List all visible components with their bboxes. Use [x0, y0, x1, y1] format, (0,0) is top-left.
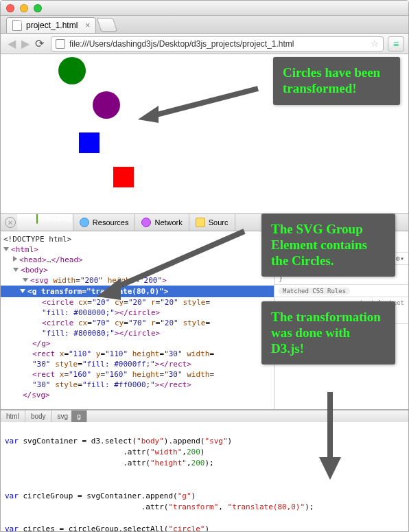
- site-icon: [56, 39, 65, 49]
- svg-line-4: [152, 89, 258, 116]
- crumb-body[interactable]: body: [25, 410, 52, 422]
- bookmark-icon[interactable]: ☆: [371, 38, 379, 49]
- address-bar[interactable]: file:///Users/dashingd3js/Desktop/d3js_p…: [51, 36, 384, 51]
- annotation-arrow-1: [138, 82, 261, 123]
- tab-title: project_1.html: [26, 21, 78, 30]
- close-devtools-button[interactable]: ✕: [5, 217, 16, 228]
- svg-point-0: [58, 57, 86, 84]
- menu-button[interactable]: ≡: [388, 36, 404, 51]
- toolbar: ◀ ▶ ⟳ file:///Users/dashingd3js/Desktop/…: [1, 34, 408, 54]
- svg-point-1: [93, 91, 120, 119]
- elements-icon: [36, 214, 38, 224]
- annotation-callout-3: The transformation was done with D3.js!: [261, 301, 395, 365]
- elements-panel-button[interactable]: Elements: [17, 214, 73, 231]
- resources-icon: [80, 218, 89, 227]
- svg-marker-5: [138, 106, 159, 123]
- page-content: Circles have been transformed!: [1, 54, 408, 213]
- window-titlebar: [1, 1, 408, 16]
- annotation-callout-1: Circles have been transformed!: [273, 57, 400, 105]
- crumb-html[interactable]: html: [1, 410, 25, 422]
- url-text: file:///Users/dashingd3js/Desktop/d3js_p…: [69, 39, 368, 49]
- svg-marker-9: [319, 457, 341, 480]
- svg-rect-2: [79, 132, 100, 153]
- new-tab-button[interactable]: [97, 18, 117, 32]
- zoom-window-button[interactable]: [34, 4, 42, 12]
- reload-button[interactable]: ⟳: [32, 37, 47, 50]
- crumb-g[interactable]: g: [71, 410, 87, 422]
- svg-line-6: [110, 231, 244, 290]
- annotation-arrow-2: [90, 224, 248, 307]
- back-button[interactable]: ◀: [5, 37, 19, 50]
- minimize-window-button[interactable]: [20, 4, 28, 12]
- close-tab-button[interactable]: ×: [85, 21, 90, 30]
- page-icon: [12, 20, 22, 31]
- svg-rect-3: [113, 167, 134, 187]
- annotation-callout-2: The SVG Group Element contains the Circl…: [261, 213, 395, 277]
- rendered-svg: [3, 57, 141, 194]
- browser-tab[interactable]: project_1.html ×: [6, 17, 96, 33]
- annotation-arrow-3: [309, 392, 351, 481]
- forward-button[interactable]: ▶: [19, 37, 32, 50]
- svg-marker-7: [97, 278, 121, 300]
- browser-tabs: project_1.html ×: [1, 16, 408, 34]
- close-window-button[interactable]: [6, 4, 14, 12]
